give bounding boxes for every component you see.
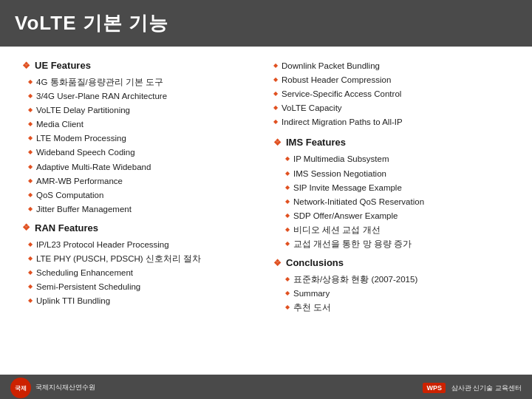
header: VoLTE 기본 기능 (0, 0, 532, 47)
conclusions-title: Conclusions (273, 257, 510, 268)
ran-features-title: RAN Features (22, 222, 259, 233)
footer-right-text: 삼사관 신기술 교육센터 (451, 383, 522, 393)
list-item: IMS Session Negotiation (285, 168, 510, 180)
footer: 국제 국제지식재산연수원 WPS 삼사관 신기술 교육센터 (0, 375, 532, 399)
list-item: Wideband Speech Coding (28, 146, 259, 158)
list-item: Jitter Buffer Management (28, 203, 259, 215)
list-item: LTE PHY (PUSCH, PDSCH) 신호처리 절차 (28, 253, 259, 265)
list-item: Indirect Migration Paths to All-IP (273, 116, 510, 128)
list-item: 교섭 개선을 통한 망 용량 증가 (285, 238, 510, 250)
list-item: Summary (285, 287, 510, 299)
list-item: AMR-WB Performance (28, 175, 259, 187)
list-item: 3/4G User-Plane RAN Architecture (28, 90, 259, 102)
ran-features-section: RAN Features IP/L23 Protocol Header Proc… (22, 222, 259, 307)
list-item: Uplink TTI Bundling (28, 295, 259, 307)
list-item: VoLTE Delay Partitioning (28, 104, 259, 116)
list-item: Adaptive Multi-Rate Wideband (28, 161, 259, 173)
list-item: SDP Offer/Answer Example (285, 210, 510, 222)
list-item: Scheduling Enhancement (28, 267, 259, 279)
conclusions-list: 표준화/상용화 현황 (2007-2015)Summary추천 도서 (285, 273, 510, 313)
left-column: UE Features 4G 통화품질/용량관리 기본 도구3/4G User-… (22, 60, 259, 367)
logo-circle: 국제 (10, 378, 31, 398)
ims-features-list: IP Multimedia SubsystemIMS Session Negot… (285, 153, 510, 250)
title-rest: 기본 기능 (76, 12, 168, 34)
list-item: 비디오 세션 교섭 개선 (285, 224, 510, 236)
dl-items-list: Downlink Packet BundlingRobust Header Co… (273, 60, 510, 128)
page-title: VoLTE 기본 기능 (15, 10, 168, 36)
right-column: Downlink Packet BundlingRobust Header Co… (273, 60, 510, 367)
ue-features-list: 4G 통화품질/용량관리 기본 도구3/4G User-Plane RAN Ar… (28, 76, 259, 215)
list-item: IP/L23 Protocol Header Processing (28, 239, 259, 250)
list-item: LTE Modem Processing (28, 132, 259, 144)
footer-logo-area: 국제 국제지식재산연수원 (10, 378, 95, 398)
list-item: Robust Header Compression (273, 74, 510, 86)
wps-badge: WPS (423, 383, 446, 393)
list-item: IP Multimedia Subsystem (285, 153, 510, 165)
footer-logo-text: 국제지식재산연수원 (35, 383, 95, 392)
list-item: 4G 통화품질/용량관리 기본 도구 (28, 76, 259, 88)
ran-features-list: IP/L23 Protocol Header ProcessingLTE PHY… (28, 239, 259, 307)
ims-features-title: IMS Features (273, 137, 510, 148)
list-item: Media Client (28, 118, 259, 130)
list-item: Semi-Persistent Scheduling (28, 281, 259, 293)
list-item: VoLTE Capacity (273, 102, 510, 114)
list-item: Network-Initiated QoS Reservation (285, 196, 510, 208)
list-item: SIP Invite Message Example (285, 182, 510, 194)
list-item: QoS Computation (28, 189, 259, 201)
list-item: Service-Specific Access Control (273, 88, 510, 100)
title-vo: VoLTE (15, 12, 76, 34)
footer-right-area: WPS 삼사관 신기술 교육센터 (423, 383, 522, 393)
list-item: Downlink Packet Bundling (273, 60, 510, 72)
list-item: 표준화/상용화 현황 (2007-2015) (285, 273, 510, 285)
ue-features-title: UE Features (22, 60, 259, 71)
list-item: 추천 도서 (285, 301, 510, 313)
